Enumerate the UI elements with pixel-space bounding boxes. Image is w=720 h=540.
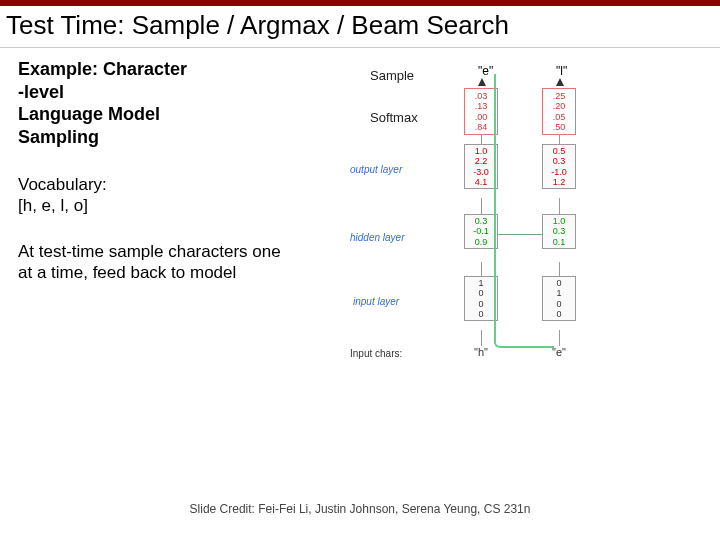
output-layer-label: output layer xyxy=(350,164,402,175)
sample-label: Sample xyxy=(370,68,414,83)
heading-line4: Sampling xyxy=(18,127,99,147)
test-time-text: At test-time sample characters one at a … xyxy=(18,241,298,284)
sm-val: .84 xyxy=(465,122,497,132)
sm-val: .00 xyxy=(465,112,497,122)
vec-val: 0 xyxy=(465,288,497,298)
vocab-block: Vocabulary: [h, e, l, o] xyxy=(18,174,298,217)
hidden-vector-1: 0.3 -0.1 0.9 xyxy=(464,214,498,249)
input-char-1: "h" xyxy=(474,346,488,358)
sampled-char-2: "l" xyxy=(556,64,567,78)
feedback-arrow-icon xyxy=(494,74,554,348)
sm-val: .13 xyxy=(465,101,497,111)
vec-val: 0 xyxy=(465,299,497,309)
content-area: Example: Character -level Language Model… xyxy=(0,48,720,311)
arrow-up-icon xyxy=(556,78,564,86)
vec-val: 2.2 xyxy=(465,156,497,166)
diagram-area: Sample Softmax "e" "l" .03 .13 .00 .84 .… xyxy=(298,58,708,307)
vocab-label: Vocabulary: xyxy=(18,175,107,194)
slide-credit: Slide Credit: Fei-Fei Li, Justin Johnson… xyxy=(0,502,720,516)
connector-icon xyxy=(559,134,560,144)
vocab-value: [h, e, l, o] xyxy=(18,196,88,215)
output-vector-1: 1.0 2.2 -3.0 4.1 xyxy=(464,144,498,189)
vec-val: 0 xyxy=(465,309,497,319)
input-char-2: "e" xyxy=(552,346,566,358)
arrow-up-icon xyxy=(478,78,486,86)
input-vector-1: 1 0 0 0 xyxy=(464,276,498,321)
vec-val: 0.3 xyxy=(465,216,497,226)
connector-icon xyxy=(481,198,482,214)
slide-title: Test Time: Sample / Argmax / Beam Search xyxy=(0,6,720,48)
connector-icon xyxy=(559,198,560,214)
vec-val: 4.1 xyxy=(465,177,497,187)
connector-icon xyxy=(559,330,560,346)
connector-icon xyxy=(559,262,560,276)
heading-line2: -level xyxy=(18,82,64,102)
vec-val: -3.0 xyxy=(465,167,497,177)
softmax-label: Softmax xyxy=(370,110,418,125)
input-layer-label: input layer xyxy=(353,296,399,307)
vec-val: 1.0 xyxy=(465,146,497,156)
softmax-box-1: .03 .13 .00 .84 xyxy=(464,88,498,135)
sampled-char-1: "e" xyxy=(478,64,493,78)
vec-val: -0.1 xyxy=(465,226,497,236)
hidden-layer-label: hidden layer xyxy=(350,232,404,243)
connector-icon xyxy=(481,262,482,276)
vec-val: 1 xyxy=(465,278,497,288)
connector-icon xyxy=(481,134,482,144)
sm-val: .03 xyxy=(465,91,497,101)
heading-line3: Language Model xyxy=(18,104,160,124)
heading-line1: Example: Character xyxy=(18,59,187,79)
connector-icon xyxy=(481,330,482,346)
input-chars-label: Input chars: xyxy=(350,348,402,359)
left-column: Example: Character -level Language Model… xyxy=(18,58,298,307)
example-heading: Example: Character -level Language Model… xyxy=(18,58,298,148)
vec-val: 0.9 xyxy=(465,237,497,247)
